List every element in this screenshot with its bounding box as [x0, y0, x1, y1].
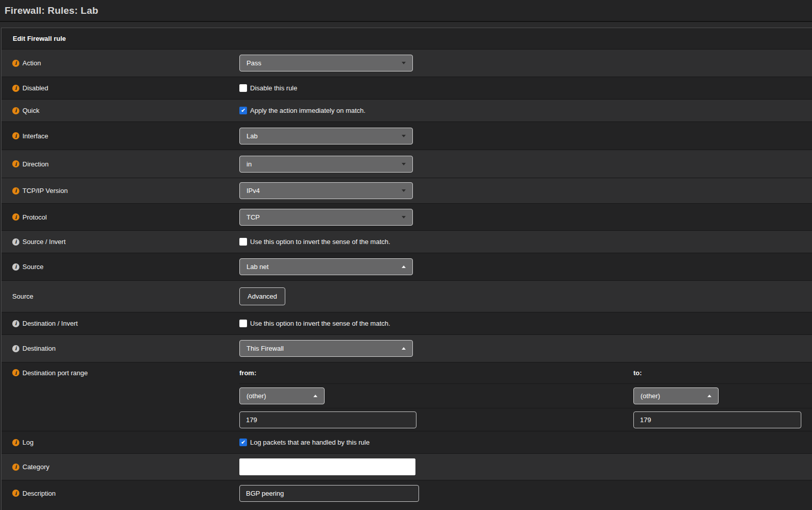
row-disabled: i Disabled Disable this rule	[2, 77, 812, 99]
field-label-action: Action	[22, 59, 41, 67]
destination-invert-checkbox[interactable]	[239, 320, 247, 327]
interface-select[interactable]: Lab	[239, 128, 413, 144]
field-label-destination-port-range: Destination port range	[22, 369, 88, 377]
row-category: i Category	[2, 453, 812, 480]
page-title: Firewall: Rules: Lab	[5, 5, 98, 16]
source-advanced-button[interactable]: Advanced	[239, 287, 285, 305]
quick-checkbox-label: Apply the action immediately on match.	[250, 107, 365, 114]
field-label-direction: Direction	[22, 160, 48, 168]
port-range-to-header: to:	[633, 369, 642, 377]
row-destination-invert: i Destination / Invert Use this option t…	[2, 312, 812, 334]
quick-checkbox[interactable]	[239, 107, 247, 114]
chevron-up-icon	[313, 395, 317, 397]
row-source: i Source Lab net	[2, 253, 812, 280]
info-icon[interactable]: i	[12, 238, 19, 246]
field-label-source: Source	[22, 263, 43, 271]
port-to-input[interactable]	[633, 411, 801, 428]
field-label-disabled: Disabled	[22, 84, 48, 92]
info-icon[interactable]: i	[12, 345, 19, 352]
source-select[interactable]: Lab net	[239, 258, 413, 275]
row-interface: i Interface Lab	[2, 122, 812, 150]
info-icon[interactable]: i	[12, 85, 19, 92]
direction-select-value: in	[247, 160, 252, 168]
source-select-value: Lab net	[247, 263, 268, 271]
port-to-select-value: (other)	[641, 392, 660, 400]
row-source-advanced: Source Advanced	[2, 280, 812, 312]
field-label-log: Log	[22, 439, 34, 446]
port-from-input[interactable]	[239, 411, 416, 428]
chevron-down-icon	[402, 62, 406, 64]
row-destination-port-range: i Destination port range from: to: (othe…	[2, 362, 812, 431]
row-protocol: i Protocol TCP	[2, 203, 812, 230]
action-select-value: Pass	[247, 59, 261, 67]
ip-version-select[interactable]: IPv4	[239, 182, 413, 199]
panel-header: Edit Firewall rule	[2, 28, 812, 49]
port-to-select[interactable]: (other)	[633, 387, 719, 404]
port-from-select[interactable]: (other)	[239, 387, 325, 404]
chevron-down-icon	[402, 135, 406, 137]
field-label-interface: Interface	[22, 132, 48, 140]
row-description: i Description	[2, 480, 812, 510]
chevron-down-icon	[402, 216, 406, 218]
port-range-table: from: to: (other) (oth	[239, 362, 812, 431]
chevron-down-icon	[402, 163, 406, 165]
edit-firewall-rule-panel: Edit Firewall rule i Action Pass i Disab…	[1, 28, 812, 510]
chevron-up-icon	[402, 347, 406, 350]
row-quick: i Quick Apply the action immediately on …	[2, 99, 812, 122]
field-label-ip-version: TCP/IP Version	[22, 187, 68, 195]
page-titlebar: Firewall: Rules: Lab	[0, 0, 812, 22]
field-label-source-invert: Source / Invert	[22, 238, 66, 246]
info-icon[interactable]: i	[12, 263, 19, 271]
field-label-destination: Destination	[22, 345, 56, 352]
info-icon[interactable]: i	[12, 320, 19, 327]
field-label-destination-invert: Destination / Invert	[22, 320, 78, 327]
port-range-from-header: from:	[239, 369, 256, 377]
interface-select-value: Lab	[247, 132, 258, 140]
chevron-up-icon	[402, 265, 406, 268]
category-input[interactable]	[239, 458, 415, 475]
disabled-checkbox[interactable]	[239, 84, 247, 92]
disabled-checkbox-label: Disable this rule	[250, 84, 298, 92]
source-invert-checkbox-label: Use this option to invert the sense of t…	[250, 238, 390, 246]
description-input[interactable]	[239, 485, 419, 502]
info-icon[interactable]: i	[12, 107, 19, 114]
direction-select[interactable]: in	[239, 156, 413, 173]
source-invert-checkbox[interactable]	[239, 238, 247, 246]
row-ip-version: i TCP/IP Version IPv4	[2, 178, 812, 203]
field-label-category: Category	[22, 463, 50, 471]
action-select[interactable]: Pass	[239, 55, 413, 71]
destination-select[interactable]: This Firewall	[239, 340, 413, 357]
info-icon[interactable]: i	[12, 439, 19, 446]
protocol-select[interactable]: TCP	[239, 209, 413, 226]
row-action: i Action Pass	[2, 49, 812, 77]
row-source-invert: i Source / Invert Use this option to inv…	[2, 230, 812, 253]
info-icon[interactable]: i	[12, 187, 19, 195]
row-log: i Log Log packets that are handled by th…	[2, 431, 812, 453]
field-label-description: Description	[22, 490, 56, 497]
info-icon[interactable]: i	[12, 369, 19, 376]
destination-invert-checkbox-label: Use this option to invert the sense of t…	[250, 320, 390, 327]
field-label-quick: Quick	[22, 107, 39, 114]
protocol-select-value: TCP	[247, 213, 260, 221]
field-label-source-advanced: Source	[12, 293, 33, 300]
info-icon[interactable]: i	[12, 490, 19, 497]
chevron-up-icon	[707, 395, 711, 397]
info-icon[interactable]: i	[12, 464, 19, 471]
panel-header-title: Edit Firewall rule	[13, 35, 66, 42]
log-checkbox-label: Log packets that are handled by this rul…	[250, 439, 370, 446]
log-checkbox[interactable]	[239, 439, 247, 446]
info-icon[interactable]: i	[12, 160, 19, 167]
info-icon[interactable]: i	[12, 213, 19, 221]
row-destination: i Destination This Firewall	[2, 334, 812, 362]
port-from-select-value: (other)	[247, 392, 266, 400]
field-label-protocol: Protocol	[22, 213, 47, 221]
info-icon[interactable]: i	[12, 60, 19, 67]
destination-select-value: This Firewall	[247, 345, 284, 352]
info-icon[interactable]: i	[12, 132, 19, 139]
row-direction: i Direction in	[2, 150, 812, 178]
ip-version-select-value: IPv4	[247, 187, 260, 195]
chevron-down-icon	[402, 189, 406, 192]
